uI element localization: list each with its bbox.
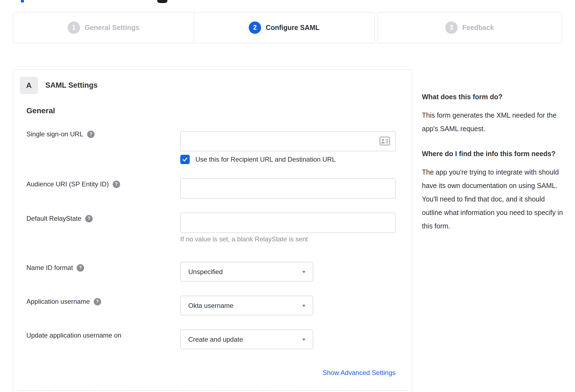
section-title: SAML Settings: [45, 81, 98, 90]
sso-recipient-checkbox-label[interactable]: Use this for Recipient URL and Destinati…: [195, 156, 336, 163]
chevron-down-icon: ▼: [301, 337, 306, 342]
step-2-badge: 2: [249, 21, 261, 34]
relaystate-help-icon[interactable]: ?: [85, 215, 93, 222]
update-username-label-row: Update application username on: [26, 332, 121, 339]
sso-url-label-row: Single sign-on URL ?: [26, 130, 95, 138]
clipped-title-fragment: [21, 0, 24, 2]
section-a-badge: A: [20, 77, 38, 94]
name-id-format-help-icon[interactable]: ?: [77, 264, 84, 272]
relaystate-label-row: Default RelayState ?: [26, 215, 93, 222]
show-advanced-settings-link[interactable]: Show Advanced Settings: [180, 369, 396, 377]
sso-recipient-checkbox-row: Use this for Recipient URL and Destinati…: [180, 155, 336, 164]
help-answer-2: The app you're trying to integrate with …: [422, 165, 564, 233]
app-username-value: Okta username: [188, 302, 233, 310]
wizard-stepper-feedback: 3 Feedback: [377, 12, 562, 43]
step-general-settings: 1 General Settings: [13, 12, 194, 43]
saml-settings-card: A SAML Settings General Single sign-on U…: [13, 70, 412, 392]
step-configure-saml: 2 Configure SAML: [194, 12, 375, 43]
app-username-label-row: Application username ?: [26, 298, 101, 305]
relaystate-helper-text: If no value is set, a blank RelayState i…: [180, 235, 308, 243]
relaystate-label: Default RelayState: [26, 215, 81, 222]
step-1-badge: 1: [68, 21, 80, 34]
sso-recipient-checkbox[interactable]: [180, 155, 190, 164]
update-username-value: Create and update: [188, 336, 243, 343]
sso-url-label: Single sign-on URL: [26, 130, 83, 138]
contact-card-icon[interactable]: [380, 137, 390, 145]
wizard-stepper: 1 General Settings 2 Configure SAML: [13, 12, 375, 43]
audience-uri-label-row: Audience URI (SP Entity ID) ?: [26, 180, 120, 188]
step-feedback: 3 Feedback: [377, 12, 562, 43]
audience-uri-help-icon[interactable]: ?: [113, 181, 120, 188]
step-3-badge: 3: [445, 21, 458, 34]
audience-uri-input[interactable]: [180, 178, 396, 198]
sso-url-input-wrap: [180, 131, 396, 151]
clipped-logo-fragment: [157, 0, 167, 3]
chevron-down-icon: ▼: [301, 269, 306, 274]
help-answer-1: This form generates the XML needed for t…: [422, 109, 564, 136]
sso-url-input[interactable]: [180, 131, 396, 151]
app-username-select[interactable]: Okta username ▼: [180, 296, 313, 315]
name-id-format-label-row: Name ID format ?: [26, 264, 84, 272]
update-username-label: Update application username on: [26, 332, 121, 339]
app-username-label: Application username: [26, 298, 90, 305]
app-username-help-icon[interactable]: ?: [94, 298, 101, 305]
step-1-label: General Settings: [85, 24, 139, 32]
help-question-1: What does this form do?: [422, 90, 564, 104]
chevron-down-icon: ▼: [301, 303, 306, 308]
help-question-2: Where do I find the info this form needs…: [422, 147, 564, 161]
step-3-label: Feedback: [462, 24, 494, 32]
relaystate-input[interactable]: [180, 213, 396, 233]
audience-uri-label: Audience URI (SP Entity ID): [26, 180, 109, 188]
name-id-format-label: Name ID format: [26, 264, 73, 272]
sso-url-help-icon[interactable]: ?: [87, 131, 95, 138]
checkmark-icon: [182, 156, 188, 162]
name-id-format-value: Unspecified: [188, 268, 223, 276]
group-title-general: General: [26, 106, 55, 115]
help-sidebar: What does this form do? This form genera…: [422, 90, 564, 244]
name-id-format-select[interactable]: Unspecified ▼: [180, 262, 313, 281]
section-dashed-divider: [17, 390, 408, 391]
update-username-select[interactable]: Create and update ▼: [180, 330, 313, 349]
step-2-label: Configure SAML: [266, 24, 320, 32]
